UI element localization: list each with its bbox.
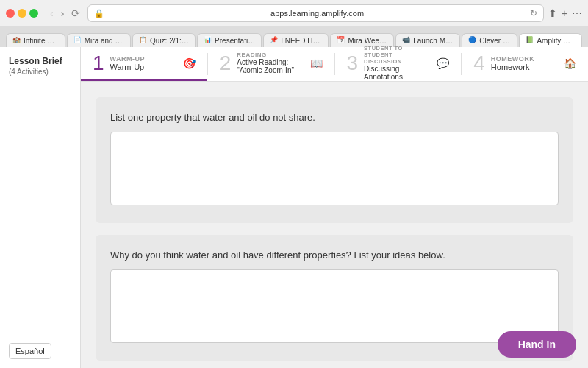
tab-presentation[interactable]: 📊 Presentation Se... (197, 33, 262, 47)
step-1-type: WARM-UP (110, 55, 146, 63)
address-bar[interactable]: 🔒 apps.learning.amplify.com ↻ (87, 4, 543, 22)
step-3-title: Discussing Annotations (364, 65, 431, 81)
tab-favicon: 📊 (204, 36, 212, 45)
tab-favicon: 📹 (402, 36, 410, 45)
sidebar: Lesson Brief (4 Activities) Español (0, 47, 81, 368)
forward-btn[interactable]: › (58, 6, 68, 21)
step-3-type: STUDENT-TO-STUDENT DISCUSSION (364, 45, 431, 65)
step-1-number: 1 (93, 53, 104, 74)
tab-help[interactable]: 📌 I NEED HELP O... (263, 33, 329, 47)
main-content: List one property that water and oil do … (81, 82, 588, 368)
step-2-title: Active Reading: "Atomic Zoom-In" (237, 58, 304, 74)
content-inner: List one property that water and oil do … (81, 82, 588, 368)
step-4[interactable]: 4 HOMEWORK Homework 🏠 (462, 47, 588, 81)
hand-in-wrap: Hand In (498, 331, 576, 358)
step-2-number: 2 (220, 53, 232, 74)
tab-favicon: 📋 (139, 36, 147, 45)
answer-textarea-2[interactable] (110, 269, 559, 343)
sidebar-bottom: Español (9, 76, 71, 359)
right-panel: 1 WARM-UP Warm-Up 🎯 2 READING Active Rea… (81, 47, 588, 368)
step-2-type: READING (237, 52, 304, 58)
tabs-bar: 🏫 Infinite Campus 📄 Mira and syds s... 📋… (0, 26, 588, 47)
maximize-btn[interactable] (29, 9, 38, 18)
espanol-button[interactable]: Español (9, 343, 51, 359)
question-1-text: List one property that water and oil do … (110, 112, 559, 123)
security-icon: 🔒 (94, 9, 104, 18)
lesson-brief-title: Lesson Brief (9, 56, 71, 66)
share-btn[interactable]: ⬆ (548, 7, 557, 19)
tab-favicon: 🔵 (468, 36, 476, 45)
step-1-icon: 🎯 (183, 57, 196, 69)
close-btn[interactable] (6, 9, 15, 18)
step-4-title: Homework (491, 63, 535, 71)
browser-toolbar: ‹ › ⟳ 🔒 apps.learning.amplify.com ↻ ⬆ + … (0, 0, 588, 26)
step-2-details: READING Active Reading: "Atomic Zoom-In" (237, 52, 304, 74)
tab-favicon: 📗 (526, 36, 534, 45)
tab-mira[interactable]: 📄 Mira and syds s... (67, 33, 131, 47)
new-tab-btn[interactable]: + (562, 7, 567, 19)
step-1-title: Warm-Up (110, 63, 146, 71)
step-3-details: STUDENT-TO-STUDENT DISCUSSION Discussing… (364, 45, 431, 81)
step-4-details: HOMEWORK Homework (491, 55, 535, 71)
refresh-icon[interactable]: ↻ (530, 8, 537, 18)
hand-in-button[interactable]: Hand In (498, 331, 576, 358)
tab-favicon: 🏫 (12, 36, 21, 45)
tab-favicon: 📅 (337, 36, 345, 45)
step-4-number: 4 (473, 53, 485, 74)
tab-favicon: 📄 (74, 36, 82, 45)
question-2-text: Why do you think water and oil have diff… (110, 250, 559, 261)
step-4-icon: 🏠 (564, 57, 576, 69)
step-3-icon: 💬 (437, 57, 449, 69)
extensions-btn[interactable]: ⋯ (572, 7, 582, 19)
step-3[interactable]: 3 STUDENT-TO-STUDENT DISCUSSION Discussi… (335, 47, 462, 81)
step-3-number: 3 (347, 53, 359, 74)
step-2-icon: 📖 (310, 57, 323, 69)
step-2[interactable]: 2 READING Active Reading: "Atomic Zoom-I… (208, 47, 334, 81)
browser-actions: ⬆ + ⋯ (548, 7, 582, 19)
step-1-details: WARM-UP Warm-Up (110, 55, 146, 71)
tab-infinite-campus[interactable]: 🏫 Infinite Campus (6, 33, 65, 47)
step-4-type: HOMEWORK (491, 55, 535, 63)
url-text: apps.learning.amplify.com (107, 9, 526, 18)
tab-favicon: 📌 (270, 36, 278, 45)
browser-controls (6, 9, 38, 18)
nav-arrows: ‹ › ⟳ (47, 6, 83, 21)
tab-quiz[interactable]: 📋 Quiz: 2/1: D:D6... (132, 33, 196, 47)
answer-textarea-1[interactable] (110, 132, 559, 205)
back-btn[interactable]: ‹ (47, 6, 57, 21)
step-nav: 1 WARM-UP Warm-Up 🎯 2 READING Active Rea… (81, 47, 588, 82)
tab-amplify[interactable]: 📗 Amplify Curricu... (519, 33, 582, 47)
question-card-1: List one property that water and oil do … (96, 97, 573, 223)
refresh-btn[interactable]: ⟳ (68, 6, 83, 21)
tab-clever[interactable]: 🔵 Clever | Portal (462, 33, 517, 47)
step-1[interactable]: 1 WARM-UP Warm-Up 🎯 (81, 47, 207, 81)
browser-chrome: ‹ › ⟳ 🔒 apps.learning.amplify.com ↻ ⬆ + … (0, 0, 588, 47)
minimize-btn[interactable] (18, 9, 26, 18)
lesson-brief-subtitle: (4 Activities) (9, 68, 71, 76)
app-layout: Lesson Brief (4 Activities) Español 1 WA… (0, 47, 588, 368)
